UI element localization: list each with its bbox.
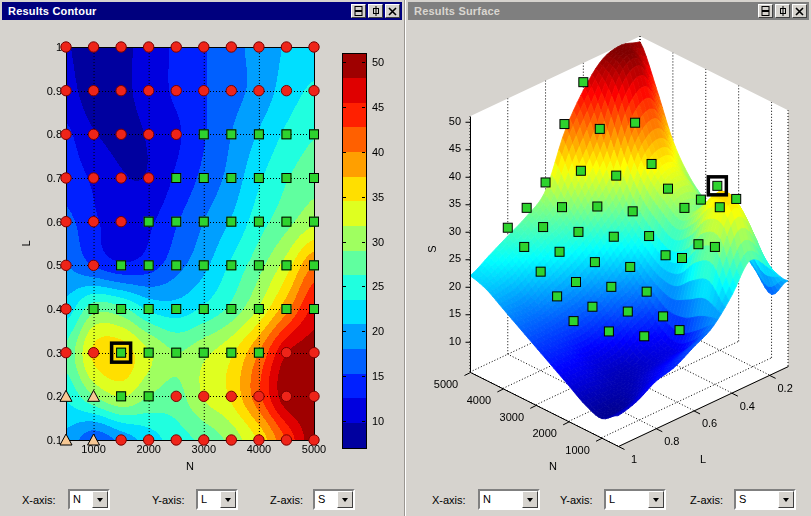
x-axis-value: N — [480, 491, 522, 508]
z-axis-label: Z-axis: — [690, 494, 723, 506]
y-axis-label: Y-axis: — [560, 494, 593, 506]
x-axis-dropdown-button[interactable] — [92, 491, 108, 508]
z-axis-value: S — [736, 491, 778, 508]
chevron-down-icon — [653, 498, 659, 502]
undock-button[interactable] — [775, 4, 790, 18]
results-contour-panel: Results Contour X-axis: N Y-axis: L Z-ax… — [0, 0, 405, 516]
surface-window-buttons — [758, 4, 807, 18]
close-button[interactable] — [792, 4, 807, 18]
contour-axis-controls: X-axis: N Y-axis: L Z-axis: S — [0, 486, 404, 516]
undock-icon — [778, 6, 788, 16]
x-axis-select[interactable]: N — [478, 489, 540, 510]
z-axis-label: Z-axis: — [270, 494, 303, 506]
z-axis-dropdown-button[interactable] — [337, 491, 353, 508]
contour-plot[interactable] — [0, 20, 405, 486]
chevron-down-icon — [527, 498, 533, 502]
chevron-down-icon — [783, 498, 789, 502]
x-axis-dropdown-button[interactable] — [522, 491, 538, 508]
results-window: Results Contour X-axis: N Y-axis: L Z-ax… — [0, 0, 811, 516]
chevron-down-icon — [97, 498, 103, 502]
surface-axis-controls: X-axis: N Y-axis: L Z-axis: S — [406, 486, 811, 516]
contour-window-buttons — [351, 4, 400, 18]
surface-panel-title: Results Surface — [414, 5, 758, 17]
z-axis-select[interactable]: S — [313, 489, 355, 510]
dock-button[interactable] — [351, 4, 366, 18]
y-axis-dropdown-button[interactable] — [648, 491, 664, 508]
contour-titlebar[interactable]: Results Contour — [2, 2, 402, 20]
y-axis-dropdown-button[interactable] — [220, 491, 236, 508]
z-axis-select[interactable]: S — [734, 489, 796, 510]
y-axis-label: Y-axis: — [152, 494, 185, 506]
dock-icon — [354, 6, 363, 16]
close-icon — [388, 7, 397, 16]
results-surface-panel: Results Surface X-axis: N Y-axis: L Z-ax… — [405, 0, 811, 516]
z-axis-dropdown-button[interactable] — [778, 491, 794, 508]
undock-icon — [371, 6, 381, 16]
y-axis-value: L — [606, 491, 648, 508]
x-axis-value: N — [70, 491, 92, 508]
close-icon — [795, 7, 804, 16]
close-button[interactable] — [385, 4, 400, 18]
x-axis-label: X-axis: — [22, 494, 56, 506]
dock-icon — [761, 6, 770, 16]
y-axis-value: L — [198, 491, 220, 508]
chevron-down-icon — [342, 498, 348, 502]
surface-plot[interactable] — [406, 20, 811, 486]
y-axis-select[interactable]: L — [196, 489, 238, 510]
x-axis-label: X-axis: — [432, 494, 466, 506]
z-axis-value: S — [315, 491, 337, 508]
dock-button[interactable] — [758, 4, 773, 18]
chevron-down-icon — [225, 498, 231, 502]
contour-panel-title: Results Contour — [8, 5, 351, 17]
surface-titlebar[interactable]: Results Surface — [408, 2, 809, 20]
undock-button[interactable] — [368, 4, 383, 18]
y-axis-select[interactable]: L — [604, 489, 666, 510]
x-axis-select[interactable]: N — [68, 489, 110, 510]
